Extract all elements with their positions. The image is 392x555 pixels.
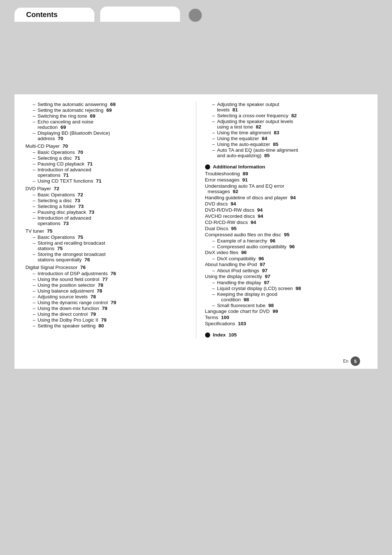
list-item: Error messages 91 [205, 177, 367, 183]
list-item: Terms 100 [205, 315, 367, 320]
list-item: – Small fluorescent tube 98 [205, 303, 367, 308]
list-item: – Setting the automatic answering 69 [25, 102, 187, 107]
list-item: – Basic Operations 70 [25, 150, 187, 155]
list-item: – Using the time alignment 83 [205, 130, 367, 135]
list-item: – Introduction of advancedoperations 73 [25, 215, 187, 226]
list-item: – Selecting a disc 73 [25, 198, 187, 203]
list-item: – Using balance adjustment 78 [25, 288, 187, 294]
list-item: AVCHD recorded discs 94 [205, 213, 367, 219]
index-label: Index [213, 332, 226, 338]
list-item: – Example of a hierarchy 96 [205, 238, 367, 244]
list-item: About handling the iPod 97 [205, 262, 367, 267]
list-item: TV tuner 75 [25, 228, 187, 234]
list-item: – Using the position selector 78 [25, 282, 187, 288]
col-right: – Adjusting the speaker outputlevels 81 … [196, 102, 367, 339]
bottom-bar: En 5 [15, 354, 377, 369]
list-item: – Auto TA and EQ (auto-time alignmentand… [205, 147, 367, 158]
list-item: – Storing the strongest broadcaststation… [25, 252, 187, 262]
list-item: – Echo canceling and noisereduction 69 [25, 119, 187, 130]
list-item: DivX video files 96 [205, 250, 367, 255]
list-item: – Using the dynamic range control 79 [25, 300, 187, 305]
list-item: Using the display correctly 97 [205, 274, 367, 279]
list-item: – Adjusting the speaker outputlevels 81 [205, 102, 367, 113]
tab-contents-label: Contents [26, 11, 58, 19]
section-header-index: Index 105 [205, 332, 367, 338]
list-item: – Introduction of DSP adjustments 76 [25, 271, 187, 276]
top-bar: Contents [0, 0, 392, 22]
list-item: – Introduction of advancedoperations 71 [25, 167, 187, 178]
list-item: – Using the auto-equalizer 85 [205, 142, 367, 147]
list-item: – Compressed audio compatibility 96 [205, 244, 367, 249]
list-item: – Using the direct control 79 [25, 311, 187, 317]
list-item: Multi-CD Player 70 [25, 143, 187, 149]
list-item: – Using CD TEXT functions 71 [25, 178, 187, 184]
col-left: – Setting the automatic answering 69 – S… [25, 102, 196, 339]
list-item: – Selecting a disc 71 [25, 155, 187, 161]
list-item: – Pausing CD playback 71 [25, 161, 187, 167]
list-item: CD-R/CD-RW discs 94 [205, 220, 367, 225]
list-item: – Setting the automatic rejecting 69 [25, 107, 187, 113]
list-item: – Selecting a cross-over frequency 82 [205, 113, 367, 118]
list-item: DVD Player 72 [25, 186, 187, 191]
list-item: Dual Discs 95 [205, 226, 367, 231]
list-item: Digital Signal Processor 76 [25, 265, 187, 270]
section-header-label: Additional Information [213, 164, 265, 170]
list-item: – Handling the display 97 [205, 280, 367, 285]
en-label: En [343, 359, 348, 364]
list-item: – Basic Operations 72 [25, 192, 187, 197]
list-item: – Keeping the display in good condition … [205, 291, 367, 302]
list-item: – Liquid crystal display (LCD) screen 98 [205, 286, 367, 291]
list-item: – DivX compatibility 96 [205, 256, 367, 261]
list-item: – Adjusting source levels 78 [25, 294, 187, 299]
section-header-additional-info: Additional Information [205, 164, 367, 170]
list-item: – Pausing disc playback 73 [25, 209, 187, 215]
list-item: DVD-R/DVD-RW discs 94 [205, 207, 367, 213]
list-item: Specifications 103 [205, 321, 367, 326]
list-item: – Basic Operations 75 [25, 234, 187, 240]
list-item: – Using the Dolby Pro Logic II 79 [25, 317, 187, 323]
tab-circle [189, 9, 202, 22]
list-item: – Using the sound field control 77 [25, 277, 187, 282]
index-page-num: 105 [229, 332, 237, 338]
page: Contents – Setting the automatic answeri… [0, 0, 392, 555]
list-item: DVD discs 94 [205, 201, 367, 207]
content-area: – Setting the automatic answering 69 – S… [15, 94, 377, 354]
list-item: Handling guideline of discs and player 9… [205, 195, 367, 200]
tab-contents[interactable]: Contents [15, 8, 94, 22]
list-item: Language code chart for DVD 99 [205, 309, 367, 314]
list-item: – Storing and recalling broadcaststation… [25, 240, 187, 251]
tab-empty [100, 7, 180, 22]
bullet-icon [205, 332, 210, 338]
list-item: – Using the equalizer 84 [205, 136, 367, 141]
page-indicator: En 5 [343, 356, 360, 366]
list-item: Compressed audio files on the disc 95 [205, 232, 367, 237]
list-item: – Selecting a folder 73 [25, 204, 187, 209]
list-item: – Switching the ring tone 69 [25, 113, 187, 119]
list-item: Troubleshooting 89 [205, 171, 367, 176]
list-item: Understanding auto TA and EQ error messa… [205, 183, 367, 194]
page-number-badge: 5 [351, 356, 360, 366]
list-item: – About iPod settings 97 [205, 268, 367, 273]
bullet-icon [205, 164, 210, 170]
gray-spacer [15, 22, 377, 94]
list-item: – Setting the speaker setting 80 [25, 323, 187, 328]
list-item: – Using the down-mix function 79 [25, 306, 187, 311]
list-item: – Adjusting the speaker output levelsusi… [205, 119, 367, 130]
list-item: – Displaying BD (Bluetooth Device)addres… [25, 130, 187, 141]
